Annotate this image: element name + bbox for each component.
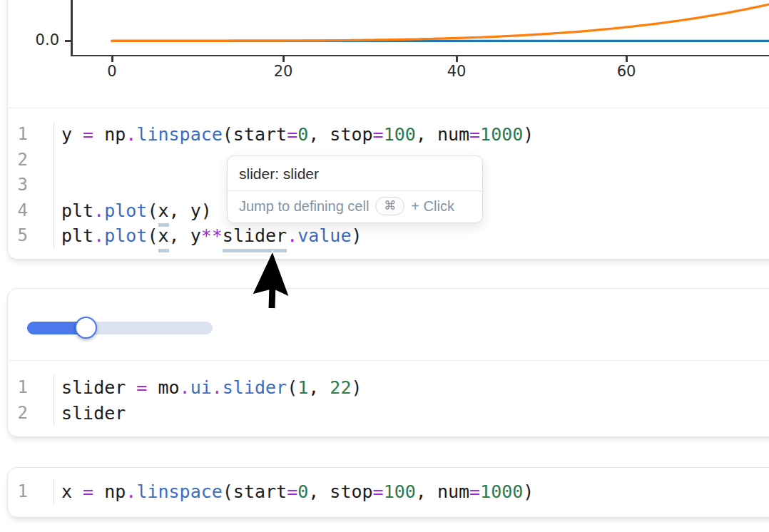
code-token: ( [147,225,158,246]
code-token: (start [223,124,287,145]
code-token: 100 [384,124,416,145]
code-token: = [469,124,480,145]
code-token: . [93,200,104,221]
code-token: ( [147,200,158,221]
code-token: = [136,377,147,398]
code-line[interactable]: 2slider [8,401,769,426]
code-token: . [93,225,104,246]
code-token: , num [416,481,469,502]
variable-tooltip: slider: slider Jump to defining cell ⌘ +… [227,155,483,223]
code-token: slider [61,403,126,424]
code-token: 22 [330,377,351,398]
code-editor[interactable]: 1slider = mo.ui.slider(1, 22)2slider [8,361,769,436]
code-line[interactable]: 5plt.plot(x, y**slider.value) [8,223,769,249]
code-token: , y [169,225,201,246]
code-token: ) [351,377,362,398]
x-tick-mark [282,56,285,62]
code-token: 0 [297,481,308,502]
code-text [54,148,61,173]
plot-output: 0.0 0204060 [8,0,769,108]
x-tick-label: 20 [262,63,305,80]
code-token: plt [61,200,93,221]
code-token: slider [223,377,287,398]
code-token: slider [223,223,287,252]
code-token: = [469,481,480,502]
code-token: (start [223,481,287,502]
slider-handle[interactable] [75,317,97,339]
code-token: linspace [136,124,222,145]
slider-track[interactable] [27,322,213,334]
code-token: x [158,223,169,252]
line-number: 4 [8,198,54,224]
code-token: . [212,377,223,398]
code-token: plot [104,200,147,221]
x-tick-mark [111,56,113,62]
code-line[interactable]: 1x = np.linspace(start=0, stop=100, num=… [8,479,769,505]
code-text: plt.plot(x, y) [54,198,212,224]
code-token: 1000 [480,124,523,145]
command-key-badge: ⌘ [375,197,404,215]
code-token: 1000 [480,481,523,502]
code-token: = [83,124,93,145]
code-token: . [180,377,190,398]
line-number: 2 [8,148,54,173]
line-number: 3 [8,173,54,198]
code-text: slider [54,401,126,426]
code-token: ) [523,481,534,502]
code-token: ) [523,124,534,145]
slider-output [8,289,769,361]
tooltip-hint-suffix: + Click [411,198,454,215]
code-token: . [126,481,136,502]
x-tick-label: 0 [91,63,133,80]
line-number: 1 [8,479,54,505]
tooltip-hint-row: Jump to defining cell ⌘ + Click [228,191,482,222]
code-text: slider = mo.ui.slider(1, 22) [54,375,362,401]
code-token: plot [104,225,147,246]
code-token: slider [61,377,136,398]
line-number: 2 [8,401,54,426]
mouse-cursor-icon [251,250,312,315]
code-token: = [83,481,93,502]
code-text [54,173,61,198]
code-token: np [93,481,126,502]
code-token: = [287,124,297,145]
code-token: mo [147,377,179,398]
code-token: = [287,481,297,502]
code-token: ) [351,225,362,246]
code-token: plt [61,225,93,246]
code-token: x [61,481,83,502]
line-number: 1 [8,375,54,401]
code-line[interactable]: 1slider = mo.ui.slider(1, 22) [8,375,769,401]
x-tick-mark [456,56,458,62]
code-token: = [373,124,384,145]
code-editor[interactable]: 1x = np.linspace(start=0, stop=100, num=… [8,468,769,516]
x-tick-label: 60 [605,63,648,80]
x-tick-mark [626,56,628,62]
code-token: , stop [308,124,372,145]
code-token: value [297,225,351,246]
code-text: y = np.linspace(start=0, stop=100, num=1… [54,122,534,148]
code-token: , y) [169,200,212,221]
code-line[interactable]: 1y = np.linspace(start=0, stop=100, num=… [8,122,769,148]
notebook-cell-linspace: 1x = np.linspace(start=0, stop=100, num=… [7,467,769,518]
notebook-cell-slider: 1slider = mo.ui.slider(1, 22)2slider [7,288,769,437]
code-token: ** [201,225,223,246]
code-token: = [373,481,384,502]
code-token: np [93,124,126,145]
code-token: . [287,225,297,246]
code-token: ( [287,377,297,398]
code-token: . [126,124,136,145]
code-token: x [158,198,169,227]
code-token: linspace [136,481,222,502]
code-token: ui [190,377,212,398]
x-tick-label: 40 [435,63,478,80]
code-text: plt.plot(x, y**slider.value) [54,223,362,249]
code-token: 0 [297,124,308,145]
line-number: 1 [8,122,54,148]
tooltip-hint-text: Jump to defining cell [239,198,369,215]
plot-lines [8,0,769,108]
code-token: 100 [384,481,416,502]
tooltip-title: slider: slider [228,156,482,190]
code-text: x = np.linspace(start=0, stop=100, num=1… [54,479,534,505]
line-number: 5 [8,223,54,249]
